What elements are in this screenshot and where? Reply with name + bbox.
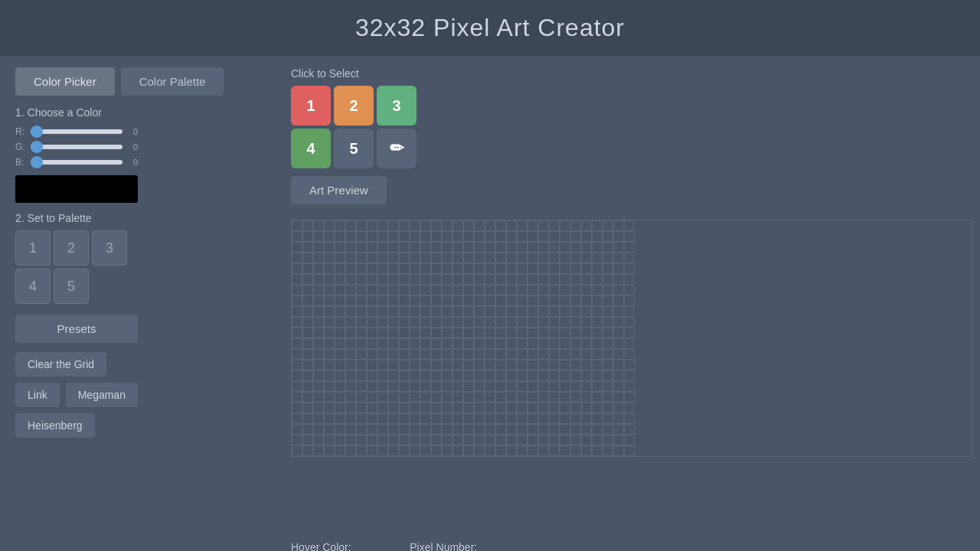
pixel-cell[interactable]: [420, 349, 431, 360]
pixel-cell[interactable]: [581, 263, 592, 274]
pixel-cell[interactable]: [560, 285, 570, 295]
pixel-cell[interactable]: [474, 360, 485, 370]
pixel-cell[interactable]: [613, 424, 624, 435]
pixel-cell[interactable]: [388, 263, 399, 274]
pixel-cell[interactable]: [603, 306, 613, 317]
pixel-cell[interactable]: [399, 328, 410, 338]
b-slider[interactable]: [31, 160, 122, 165]
pixel-cell[interactable]: [302, 381, 313, 392]
pixel-cell[interactable]: [592, 403, 603, 413]
pixel-cell[interactable]: [538, 370, 549, 381]
pixel-cell[interactable]: [485, 306, 495, 317]
pixel-cell[interactable]: [335, 295, 345, 306]
pixel-cell[interactable]: [313, 424, 324, 435]
pixel-cell[interactable]: [506, 242, 517, 253]
pixel-cell[interactable]: [495, 349, 506, 360]
pixel-cell[interactable]: [345, 338, 356, 349]
pixel-cell[interactable]: [377, 306, 388, 317]
pixel-cell[interactable]: [549, 285, 560, 295]
pixel-cell[interactable]: [624, 328, 635, 338]
palette-slot-4[interactable]: 4: [15, 269, 51, 304]
pixel-cell[interactable]: [442, 435, 452, 445]
palette-color-4[interactable]: 4: [291, 129, 331, 168]
pixel-cell[interactable]: [388, 392, 399, 403]
pixel-cell[interactable]: [592, 274, 603, 285]
pixel-cell[interactable]: [463, 253, 474, 263]
pixel-cell[interactable]: [506, 413, 517, 424]
pixel-cell[interactable]: [313, 306, 324, 317]
pixel-cell[interactable]: [538, 435, 549, 445]
pixel-cell[interactable]: [549, 392, 560, 403]
pixel-cell[interactable]: [335, 306, 345, 317]
pixel-cell[interactable]: [495, 285, 506, 295]
pixel-cell[interactable]: [377, 317, 388, 328]
pixel-cell[interactable]: [517, 349, 528, 360]
pixel-cell[interactable]: [367, 242, 377, 253]
pixel-cell[interactable]: [388, 253, 399, 263]
pixel-cell[interactable]: [313, 360, 324, 370]
pixel-cell[interactable]: [345, 445, 356, 456]
pixel-cell[interactable]: [485, 242, 495, 253]
pixel-cell[interactable]: [399, 413, 410, 424]
pixel-cell[interactable]: [335, 370, 345, 381]
pixel-cell[interactable]: [367, 253, 377, 263]
pixel-cell[interactable]: [538, 338, 549, 349]
pixel-cell[interactable]: [399, 370, 410, 381]
pixel-cell[interactable]: [292, 349, 302, 360]
pixel-cell[interactable]: [367, 231, 377, 242]
pixel-cell[interactable]: [549, 435, 560, 445]
pixel-cell[interactable]: [581, 317, 592, 328]
pixel-cell[interactable]: [367, 392, 377, 403]
pixel-cell[interactable]: [581, 295, 592, 306]
pixel-cell[interactable]: [442, 370, 452, 381]
pixel-cell[interactable]: [313, 435, 324, 445]
pixel-cell[interactable]: [538, 381, 549, 392]
pixel-cell[interactable]: [292, 317, 302, 328]
pixel-cell[interactable]: [420, 242, 431, 253]
pixel-cell[interactable]: [581, 424, 592, 435]
pixel-cell[interactable]: [624, 317, 635, 328]
pixel-cell[interactable]: [474, 285, 485, 295]
pixel-cell[interactable]: [302, 242, 313, 253]
pixel-cell[interactable]: [570, 392, 581, 403]
pixel-cell[interactable]: [592, 328, 603, 338]
pixel-cell[interactable]: [485, 370, 495, 381]
pixel-cell[interactable]: [399, 253, 410, 263]
pixel-cell[interactable]: [442, 381, 452, 392]
pixel-cell[interactable]: [474, 349, 485, 360]
pixel-cell[interactable]: [528, 263, 538, 274]
pixel-cell[interactable]: [560, 306, 570, 317]
pixel-cell[interactable]: [377, 360, 388, 370]
pixel-cell[interactable]: [463, 392, 474, 403]
pixel-cell[interactable]: [463, 231, 474, 242]
pixel-cell[interactable]: [495, 403, 506, 413]
pixel-cell[interactable]: [420, 381, 431, 392]
pixel-cell[interactable]: [549, 274, 560, 285]
pixel-cell[interactable]: [377, 328, 388, 338]
pixel-cell[interactable]: [367, 317, 377, 328]
pixel-cell[interactable]: [570, 253, 581, 263]
pixel-cell[interactable]: [345, 424, 356, 435]
pixel-cell[interactable]: [356, 295, 367, 306]
pixel-cell[interactable]: [302, 424, 313, 435]
pixel-cell[interactable]: [560, 242, 570, 253]
pixel-cell[interactable]: [292, 231, 302, 242]
pixel-cell[interactable]: [431, 285, 442, 295]
pixel-cell[interactable]: [410, 424, 420, 435]
pixel-cell[interactable]: [431, 424, 442, 435]
pixel-cell[interactable]: [410, 370, 420, 381]
pixel-cell[interactable]: [313, 349, 324, 360]
pixel-cell[interactable]: [388, 381, 399, 392]
pixel-cell[interactable]: [506, 370, 517, 381]
pixel-cell[interactable]: [570, 381, 581, 392]
pixel-cell[interactable]: [335, 220, 345, 231]
pixel-cell[interactable]: [613, 403, 624, 413]
pixel-cell[interactable]: [570, 413, 581, 424]
pixel-cell[interactable]: [302, 392, 313, 403]
pixel-cell[interactable]: [377, 338, 388, 349]
pixel-cell[interactable]: [356, 349, 367, 360]
pixel-cell[interactable]: [292, 242, 302, 253]
pixel-cell[interactable]: [495, 317, 506, 328]
pixel-cell[interactable]: [613, 328, 624, 338]
pixel-cell[interactable]: [367, 295, 377, 306]
